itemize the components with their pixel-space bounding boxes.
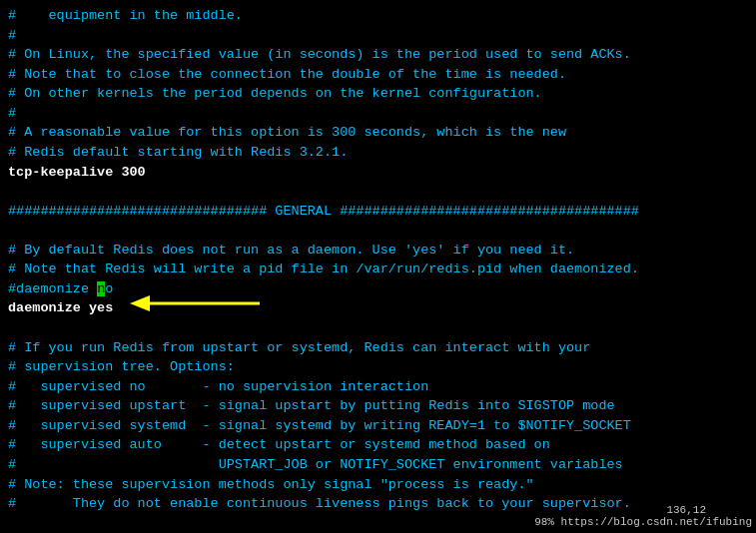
- line-19: # supervision tree. Options:: [8, 357, 748, 377]
- terminal: # equipment in the middle. # # On Linux,…: [0, 0, 756, 533]
- line-11-general: ################################ GENERAL…: [8, 202, 748, 222]
- line-13: # By default Redis does not run as a dae…: [8, 241, 748, 261]
- line-21: # supervised upstart - signal upstart by…: [8, 396, 748, 416]
- line-5: # On other kernels the period depends on…: [8, 84, 748, 104]
- line-14: # Note that Redis will write a pid file …: [8, 260, 748, 279]
- line-15-daemonize-comment: #daemonize no: [8, 279, 748, 299]
- line-10: [8, 182, 748, 202]
- line-12: [8, 221, 748, 241]
- line-6: #: [8, 104, 748, 124]
- line-2: #: [8, 26, 748, 46]
- line-1: # equipment in the middle.: [8, 6, 748, 26]
- line-3: # On Linux, the specified value (in seco…: [8, 45, 748, 65]
- line-4: # Note that to close the connection the …: [8, 65, 748, 85]
- line-22: # supervised systemd - signal systemd by…: [8, 416, 748, 436]
- line-17: [8, 318, 748, 338]
- line-16-daemonize-yes: daemonize yes: [8, 298, 748, 318]
- line-24: # UPSTART_JOB or NOTIFY_SOCKET environme…: [8, 455, 748, 475]
- line-7: # A reasonable value for this option is …: [8, 123, 748, 143]
- line-18: # If you run Redis from upstart or syste…: [8, 338, 748, 358]
- line-23: # supervised auto - detect upstart or sy…: [8, 435, 748, 455]
- line-20: # supervised no - no supervision interac…: [8, 377, 748, 397]
- line-25: # Note: these supervision methods only s…: [8, 475, 748, 495]
- watermark-percent: 98%: [534, 516, 554, 528]
- line-9-cmd: tcp-keepalive 300: [8, 163, 748, 183]
- line-8: # Redis default starting with Redis 3.2.…: [8, 143, 748, 163]
- watermark: 98% https://blog.csdn.net/ifubing: [534, 515, 752, 531]
- watermark-url: https://blog.csdn.net/ifubing: [561, 516, 752, 528]
- line-26: # They do not enable continuous liveness…: [8, 494, 748, 514]
